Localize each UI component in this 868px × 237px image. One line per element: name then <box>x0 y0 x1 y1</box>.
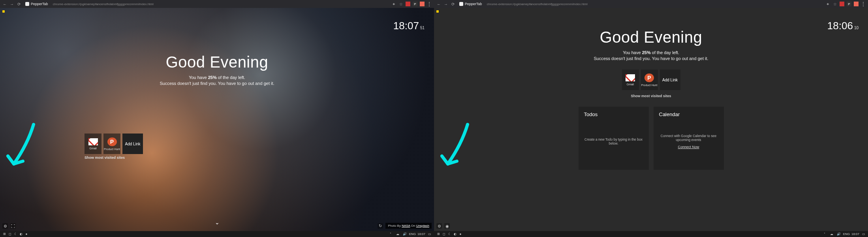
tab-title: PepperTab <box>25 2 48 6</box>
clock-hm: 18:06 <box>827 20 853 32</box>
calendar-widget: Calendar Connect with Google Calendar to… <box>654 107 724 170</box>
tile-label: Product Hunt <box>104 148 120 150</box>
chrome-menu-icon[interactable]: ⋮ <box>861 1 866 7</box>
quote: Success doesn't just find you. You have … <box>434 56 868 61</box>
clock-hm: 18:07 <box>393 20 419 32</box>
chevron-down-icon[interactable]: ⌄ <box>215 219 220 226</box>
translate-icon[interactable]: ✦ <box>391 2 396 6</box>
show-most-visited-link[interactable]: Show most visited sites <box>434 94 868 98</box>
corner-controls-bl: ⚙ ◉ <box>436 223 450 229</box>
tray-chevron-icon[interactable]: ˄ <box>822 231 827 237</box>
extension-icon-2[interactable]: P <box>847 2 851 6</box>
address-bar[interactable]: chrome-extension://pgkbamepfancensfhdabm… <box>487 2 823 6</box>
tray-icon-1[interactable]: ☁ <box>829 231 834 237</box>
extension-icon-1[interactable] <box>406 2 410 6</box>
photo-credit: Photo By NASA On Unsplash <box>385 223 432 229</box>
reload-icon[interactable]: ⟳ <box>451 2 455 6</box>
browser-chrome-right: ← → ⟳ PepperTab chrome-extension://pgkba… <box>434 0 868 8</box>
link-tile-gmail[interactable]: Gmail <box>622 70 639 90</box>
tray-time[interactable]: 18:07 <box>417 232 425 236</box>
browser-chrome-left: ← → ⟳ PepperTab chrome-extension://pgkba… <box>0 0 434 8</box>
clock-seconds: 10 <box>854 26 859 30</box>
task-icon-1[interactable]: ◻ <box>7 231 13 237</box>
translate-icon[interactable]: ✦ <box>825 2 830 6</box>
forward-icon[interactable]: → <box>443 2 448 6</box>
todos-widget: Todos Create a new Todo by typing in the… <box>579 107 649 170</box>
notifications-icon[interactable]: ▭ <box>861 231 866 237</box>
star-icon[interactable]: ☆ <box>398 2 403 6</box>
refresh-bg-icon[interactable]: ↻ <box>378 223 383 229</box>
fullscreen-icon[interactable]: ⛶ <box>10 223 16 229</box>
extension-icon-2[interactable]: P <box>413 2 417 6</box>
gear-icon[interactable]: ⚙ <box>2 223 8 229</box>
tile-label: Gmail <box>627 83 634 86</box>
credit-author-link[interactable]: NASA <box>402 224 410 228</box>
annotation-arrow <box>4 122 39 174</box>
tray-time[interactable]: 18:07 <box>851 232 859 236</box>
newtab-content-left: 18:0751 Good Evening You have 25% of the… <box>0 8 434 231</box>
task-icon-3[interactable]: ◐ <box>452 231 458 237</box>
tray-lang[interactable]: ENG <box>843 232 850 236</box>
tray-lang[interactable]: ENG <box>409 232 416 236</box>
start-icon[interactable]: ⊞ <box>2 231 7 237</box>
producthunt-icon: P <box>644 73 654 82</box>
quick-links: Gmail P Product Hunt Add Link <box>434 70 868 90</box>
credit-source-link[interactable]: Unsplash <box>416 224 429 228</box>
link-tile-producthunt[interactable]: P Product Hunt <box>641 70 658 90</box>
bookmark-indicator[interactable] <box>436 10 439 13</box>
task-icon-4[interactable]: ● <box>24 231 29 237</box>
extension-icon-3[interactable] <box>420 2 425 6</box>
day-left-text: You have 25% of the day left. <box>434 50 868 55</box>
clock-seconds: 51 <box>420 26 425 30</box>
hero: Good Evening You have 25% of the day lef… <box>434 28 868 61</box>
greeting: Good Evening <box>0 53 434 71</box>
tab-title-text: PepperTab <box>465 2 482 6</box>
notifications-icon[interactable]: ▭ <box>427 231 432 237</box>
extension-favicon <box>25 2 29 6</box>
task-icon-1[interactable]: ◻ <box>441 231 447 237</box>
clock: 18:0751 <box>393 20 425 32</box>
taskbar-left: ⊞ ◻ ☾ ◐ ● ˄ ☁ 🔊 ENG 18:07 ▭ <box>0 231 434 237</box>
widget-title: Calendar <box>659 111 718 117</box>
link-tile-producthunt[interactable]: P Product Hunt <box>103 134 120 154</box>
tray-icon-1[interactable]: ☁ <box>395 231 400 237</box>
gmail-icon <box>88 138 98 145</box>
task-icon-2[interactable]: ☾ <box>13 231 18 237</box>
reload-icon[interactable]: ⟳ <box>17 2 21 6</box>
bookmark-indicator[interactable] <box>2 10 5 13</box>
extension-icon-1[interactable] <box>840 2 844 6</box>
back-icon[interactable]: ← <box>436 2 441 6</box>
tray-chevron-icon[interactable]: ˄ <box>388 231 393 237</box>
link-tile-gmail[interactable]: Gmail <box>85 134 101 154</box>
forward-icon[interactable]: → <box>9 2 14 6</box>
todos-hint: Create a new Todo by typing in the box b… <box>584 137 643 145</box>
corner-controls-bl: ⚙ ⛶ <box>2 223 16 229</box>
tray-icon-2[interactable]: 🔊 <box>836 231 842 237</box>
chrome-menu-icon[interactable]: ⋮ <box>427 1 432 7</box>
camera-icon[interactable]: ◉ <box>444 223 450 229</box>
hero: Good Evening You have 25% of the day lef… <box>0 53 434 86</box>
tile-label: Product Hunt <box>641 84 658 87</box>
add-link-button[interactable]: Add Link <box>122 134 143 154</box>
tab-title-text: PepperTab <box>31 2 48 6</box>
quote: Success doesn't just find you. You have … <box>0 81 434 86</box>
task-icon-2[interactable]: ☾ <box>447 231 452 237</box>
tray-icon-2[interactable]: 🔊 <box>402 231 408 237</box>
calendar-hint: Connect with Google Calendar to see upco… <box>659 134 718 142</box>
extension-icon-3[interactable] <box>854 2 859 6</box>
task-icon-4[interactable]: ● <box>458 231 463 237</box>
back-icon[interactable]: ← <box>2 2 7 6</box>
show-most-visited-link[interactable]: Show most visited sites <box>85 156 125 160</box>
start-icon[interactable]: ⊞ <box>436 231 441 237</box>
corner-controls-br: ↻ Photo By NASA On Unsplash <box>378 223 432 229</box>
widgets-row: Todos Create a new Todo by typing in the… <box>434 107 868 170</box>
address-bar[interactable]: chrome-extension://pgkbamepfancensfhdabm… <box>53 2 389 6</box>
gear-icon[interactable]: ⚙ <box>436 223 442 229</box>
task-icon-3[interactable]: ◐ <box>18 231 24 237</box>
greeting: Good Evening <box>434 28 868 46</box>
gmail-icon <box>626 74 635 81</box>
widget-title: Todos <box>584 111 643 117</box>
calendar-connect-link[interactable]: Connect Now <box>678 145 699 149</box>
add-link-button[interactable]: Add Link <box>660 70 680 90</box>
star-icon[interactable]: ☆ <box>832 2 837 6</box>
